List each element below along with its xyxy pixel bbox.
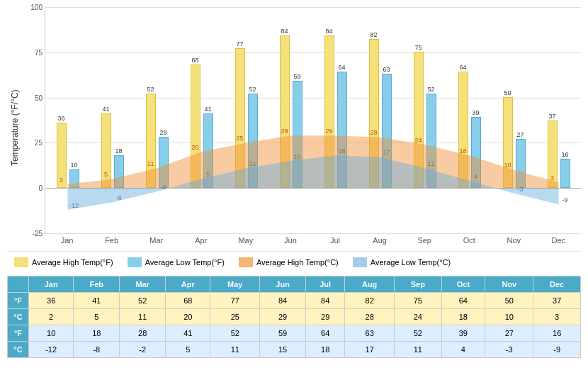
table-cell: 3 (533, 309, 581, 325)
x-tick-oct: Oct (447, 234, 492, 248)
legend: Average High Temp(°F) Average Low Temp(°… (7, 251, 581, 273)
table-cell: 77 (210, 293, 260, 309)
table-cell: 84 (306, 293, 345, 309)
table-header-oct: Oct (441, 276, 485, 293)
table-header-jan: Jan (29, 276, 74, 293)
table-cell: 11 (120, 309, 166, 325)
x-tick-apr: Apr (179, 234, 223, 248)
table-header-may: May (210, 276, 260, 293)
table-cell: 4 (441, 342, 485, 358)
table-cell: -3 (485, 342, 533, 358)
table-header-apr: Apr (166, 276, 210, 293)
table-cell: 41 (74, 293, 120, 309)
table-cell: 39 (441, 325, 485, 342)
x-tick-nov: Nov (492, 234, 536, 248)
x-tick-jan: Jan (45, 234, 89, 248)
table-row-label: °F (8, 325, 29, 342)
legend-label-high-f: Average High Temp(°F) (32, 258, 113, 267)
table-cell: 41 (166, 325, 210, 342)
table-cell: -9 (533, 342, 581, 358)
x-axis: JanFebMarAprMayJunJulAugSepOctNovDec (45, 234, 581, 248)
table-cell: -2 (120, 342, 166, 358)
table-cell: 18 (74, 325, 120, 342)
table-cell: 11 (210, 342, 260, 358)
x-tick-mar: Mar (134, 234, 179, 248)
data-table: JanFebMarAprMayJunJulAugSepOctNovDec°F36… (7, 276, 581, 358)
table-cell: 5 (74, 309, 120, 325)
table-header-empty (8, 276, 29, 293)
x-tick-aug: Aug (358, 234, 402, 248)
x-tick-jun: Jun (268, 234, 312, 248)
table-cell: 28 (120, 325, 166, 342)
legend-high-f: Average High Temp(°F) (14, 257, 113, 267)
y-axis-label: Temperature (°F/°C) (7, 7, 20, 248)
table-header-nov: Nov (485, 276, 533, 293)
table-cell: 27 (485, 325, 533, 342)
x-tick-dec: Dec (536, 234, 581, 248)
table-row-label: °F (8, 293, 29, 309)
table-cell: 82 (345, 293, 395, 309)
chart-container: Temperature (°F/°C) 1007550250-2536102-1… (0, 0, 588, 358)
x-tick-may: May (223, 234, 268, 248)
plot-area: 1007550250-2536102-1241185-8522811-26841… (45, 7, 581, 234)
table-cell: 64 (441, 293, 485, 309)
legend-swatch-low-f (128, 257, 142, 267)
table-cell: 84 (260, 293, 306, 309)
table-cell: 50 (485, 293, 533, 309)
chart-area: Temperature (°F/°C) 1007550250-2536102-1… (7, 7, 581, 248)
table-header-sep: Sep (395, 276, 442, 293)
table-header-mar: Mar (120, 276, 166, 293)
legend-label-low-f: Average Low Temp(°F) (145, 258, 225, 267)
table-header-aug: Aug (345, 276, 395, 293)
table-cell: 36 (29, 293, 74, 309)
legend-low-f: Average Low Temp(°F) (128, 257, 225, 267)
table-cell: 18 (306, 342, 345, 358)
table-cell: 63 (345, 325, 395, 342)
table-cell: 29 (260, 309, 306, 325)
legend-swatch-high-f (14, 257, 28, 267)
table-header-jul: Jul (306, 276, 345, 293)
table-cell: 52 (210, 325, 260, 342)
table-cell: 18 (441, 309, 485, 325)
legend-high-c: Average High Temp(°C) (239, 257, 339, 267)
x-tick-feb: Feb (89, 234, 134, 248)
table-header-dec: Dec (533, 276, 581, 293)
table-cell: 16 (533, 325, 581, 342)
table-cell: 52 (120, 293, 166, 309)
table-cell: 24 (395, 309, 442, 325)
table-cell: 11 (395, 342, 442, 358)
table-cell: 64 (306, 325, 345, 342)
table-cell: 68 (166, 293, 210, 309)
table-cell: 28 (345, 309, 395, 325)
table-cell: 5 (166, 342, 210, 358)
x-tick-sep: Sep (402, 234, 447, 248)
table-cell: 29 (306, 309, 345, 325)
table-row-label: °C (8, 309, 29, 325)
table-cell: 10 (29, 325, 74, 342)
table-row-label: °C (8, 342, 29, 358)
x-tick-jul: Jul (312, 234, 357, 248)
chart-inner: 1007550250-2536102-1241185-8522811-26841… (20, 7, 581, 248)
legend-low-c: Average Low Temp(°C) (353, 257, 451, 267)
table-header-feb: Feb (74, 276, 120, 293)
table-cell: -8 (74, 342, 120, 358)
table-cell: 59 (260, 325, 306, 342)
table-cell: -12 (29, 342, 74, 358)
legend-swatch-high-c (239, 257, 253, 267)
table-cell: 52 (395, 325, 442, 342)
table-cell: 10 (485, 309, 533, 325)
table-cell: 20 (166, 309, 210, 325)
table-cell: 2 (29, 309, 74, 325)
table-cell: 25 (210, 309, 260, 325)
table-cell: 15 (260, 342, 306, 358)
table-cell: 75 (395, 293, 442, 309)
legend-label-high-c: Average High Temp(°C) (256, 258, 339, 267)
legend-label-low-c: Average Low Temp(°C) (371, 258, 451, 267)
table-cell: 17 (345, 342, 395, 358)
table-header-jun: Jun (260, 276, 306, 293)
table-cell: 37 (533, 293, 581, 309)
legend-swatch-low-c (353, 257, 367, 267)
